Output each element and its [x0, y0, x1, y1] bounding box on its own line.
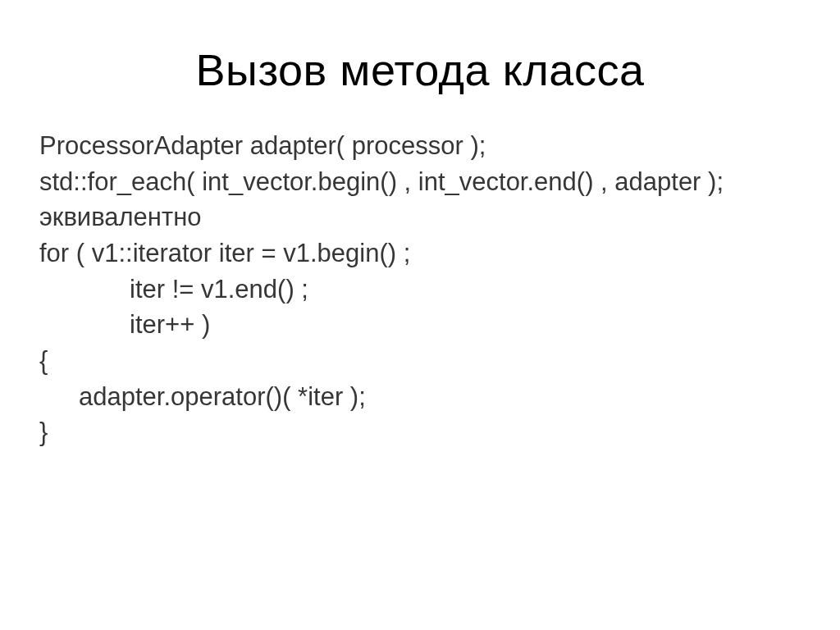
code-line-2: std::for_each( int_vector.begin() , int_… — [39, 166, 801, 199]
code-line-9: } — [39, 416, 801, 449]
code-line-6: iter++ ) — [39, 308, 801, 341]
slide-body: ProcessorAdapter adapter( processor ); s… — [39, 130, 801, 449]
code-line-8: adapter.operator()( *iter ); — [39, 381, 801, 413]
code-line-1: ProcessorAdapter adapter( processor ); — [39, 130, 801, 162]
code-line-3: эквивалентно — [39, 201, 801, 234]
slide: Вызов метода класса ProcessorAdapter ada… — [0, 0, 840, 630]
code-line-4: for ( v1::iterator iter = v1.begin() ; — [39, 237, 801, 270]
code-line-5: iter != v1.end() ; — [39, 273, 801, 306]
code-line-7: { — [39, 345, 801, 377]
slide-title: Вызов метода класса — [39, 44, 801, 95]
